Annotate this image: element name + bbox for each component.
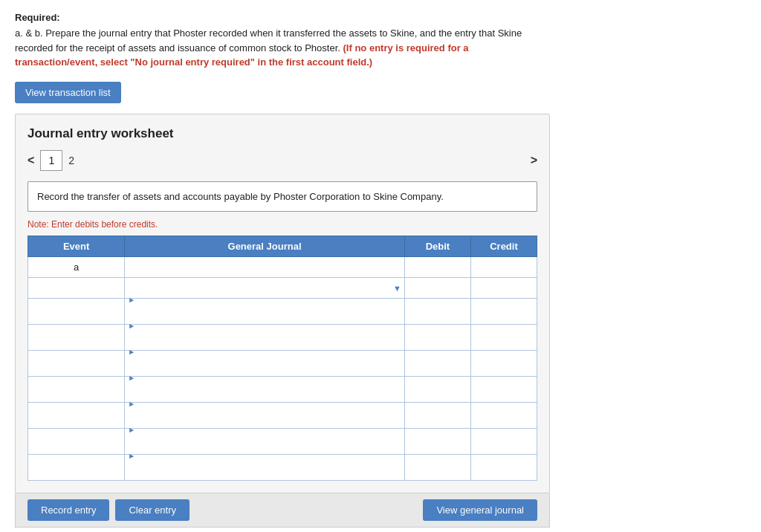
next-page-number[interactable]: 2 (68, 155, 74, 166)
general-journal-cell[interactable] (125, 257, 405, 278)
table-row: a (28, 257, 537, 278)
debit-input-5[interactable] (408, 377, 467, 402)
debit-input-3[interactable] (408, 325, 467, 350)
credit-input-3[interactable] (474, 325, 534, 350)
row-arrow-icon: ► (128, 452, 137, 460)
debit-cell-4[interactable] (404, 351, 470, 377)
next-page-button[interactable]: > (531, 154, 537, 167)
table-row: ► (28, 429, 537, 455)
view-general-journal-button[interactable]: View general journal (423, 499, 537, 521)
worksheet-title: Journal entry worksheet (27, 126, 537, 141)
credit-cell-1[interactable] (470, 278, 537, 299)
debit-input-0[interactable] (408, 257, 467, 277)
credit-cell-0[interactable] (470, 257, 537, 278)
row-arrow-icon: ► (128, 348, 137, 356)
credit-cell-8[interactable] (470, 455, 537, 481)
general-journal-input-0[interactable] (128, 257, 401, 277)
journal-entry-worksheet: Journal entry worksheet < 1 2 > Record t… (15, 114, 550, 494)
required-title: Required: (15, 12, 550, 23)
event-cell (28, 278, 125, 299)
description-box: Record the transfer of assets and accoun… (27, 181, 537, 213)
footer-buttons: Record entry Clear entry View general jo… (15, 493, 550, 528)
event-cell: a (28, 257, 125, 278)
debit-cell-5[interactable] (404, 377, 470, 403)
col-header-credit: Credit (470, 236, 537, 257)
debit-input-6[interactable] (408, 403, 467, 428)
credit-cell-5[interactable] (470, 377, 537, 403)
view-transaction-button[interactable]: View transaction list (15, 82, 121, 103)
debit-input-1[interactable] (408, 278, 467, 298)
col-header-general-journal: General Journal (125, 236, 405, 257)
general-journal-cell[interactable]: ► (125, 299, 405, 325)
clear-entry-button[interactable]: Clear entry (115, 499, 190, 521)
required-body: a. & b. Prepare the journal entry that P… (15, 26, 550, 70)
general-journal-cell[interactable]: ► (125, 455, 405, 481)
credit-cell-3[interactable] (470, 325, 537, 351)
general-journal-cell[interactable]: ► (125, 377, 405, 403)
journal-table: Event General Journal Debit Credit a (27, 236, 537, 481)
row-arrow-icon: ► (128, 400, 137, 408)
credit-cell-4[interactable] (470, 351, 537, 377)
event-cell (28, 403, 125, 429)
debit-input-4[interactable] (408, 351, 467, 376)
event-cell (28, 299, 125, 325)
event-cell (28, 455, 125, 481)
pagination-row: < 1 2 > (27, 150, 537, 171)
required-section: Required: a. & b. Prepare the journal en… (15, 12, 550, 70)
row-arrow-icon: ► (128, 296, 137, 304)
row-arrow-icon: ► (128, 426, 137, 434)
event-cell (28, 377, 125, 403)
general-journal-input-8[interactable] (128, 461, 401, 486)
general-journal-cell[interactable]: ▼ (125, 278, 405, 299)
description-text: Record the transfer of assets and accoun… (37, 191, 444, 202)
general-journal-cell[interactable]: ► (125, 351, 405, 377)
table-row: ► (28, 455, 537, 481)
row-arrow-icon: ► (128, 374, 137, 382)
table-row: ► (28, 299, 537, 325)
table-row: ► (28, 403, 537, 429)
debit-cell-3[interactable] (404, 325, 470, 351)
credit-cell-6[interactable] (470, 403, 537, 429)
general-journal-cell[interactable]: ► (125, 325, 405, 351)
general-journal-input-1[interactable] (128, 278, 401, 298)
col-header-debit: Debit (404, 236, 470, 257)
credit-input-8[interactable] (474, 455, 534, 480)
credit-cell-2[interactable] (470, 299, 537, 325)
table-row: ▼ (28, 278, 537, 299)
general-journal-cell[interactable]: ► (125, 403, 405, 429)
debit-input-2[interactable] (408, 299, 467, 324)
credit-input-4[interactable] (474, 351, 534, 376)
debit-cell-6[interactable] (404, 403, 470, 429)
debit-cell-1[interactable] (404, 278, 470, 299)
debit-input-7[interactable] (408, 429, 467, 454)
general-journal-cell[interactable]: ► (125, 429, 405, 455)
debit-input-8[interactable] (408, 455, 467, 480)
col-header-event: Event (28, 236, 125, 257)
table-row: ► (28, 351, 537, 377)
note-text: Note: Enter debits before credits. (27, 219, 537, 230)
prev-page-button[interactable]: < (27, 154, 34, 167)
table-row: ► (28, 325, 537, 351)
debit-cell-0[interactable] (404, 257, 470, 278)
record-entry-button[interactable]: Record entry (27, 499, 109, 521)
event-cell (28, 429, 125, 455)
debit-cell-2[interactable] (404, 299, 470, 325)
current-page-number: 1 (48, 155, 54, 166)
event-cell (28, 351, 125, 377)
row-arrow-icon: ► (128, 322, 137, 330)
credit-input-1[interactable] (474, 278, 534, 298)
credit-input-6[interactable] (474, 403, 534, 428)
debit-cell-8[interactable] (404, 455, 470, 481)
credit-input-2[interactable] (474, 299, 534, 324)
current-page-box: 1 (40, 150, 62, 171)
event-cell (28, 325, 125, 351)
credit-input-7[interactable] (474, 429, 534, 454)
credit-cell-7[interactable] (470, 429, 537, 455)
table-row: ► (28, 377, 537, 403)
credit-input-5[interactable] (474, 377, 534, 402)
debit-cell-7[interactable] (404, 429, 470, 455)
credit-input-0[interactable] (474, 257, 534, 277)
